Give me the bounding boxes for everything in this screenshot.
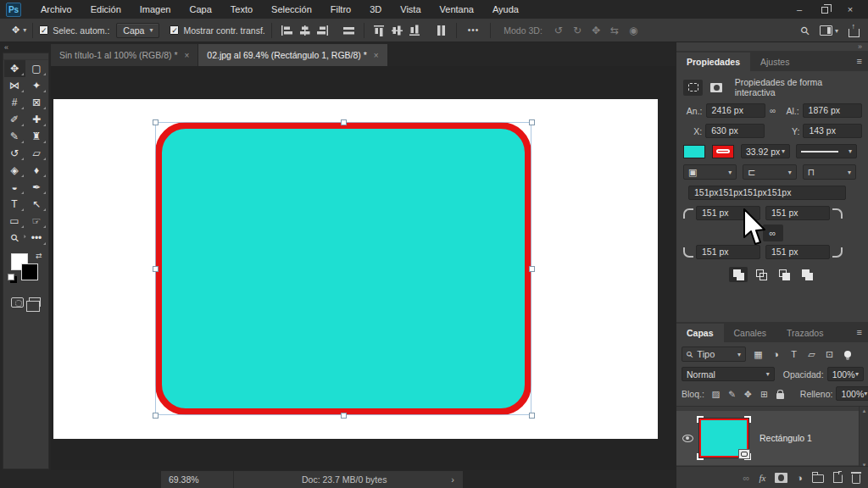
zoom-level-field[interactable]: 69.38% [161, 471, 234, 488]
layers-action-add-mask[interactable] [775, 473, 787, 483]
tab-properties[interactable]: Propiedades [676, 53, 750, 71]
link-radius-button[interactable]: ∞ [763, 225, 783, 241]
handle-top-left[interactable] [153, 119, 159, 125]
menu-2[interactable]: Imagen [131, 0, 181, 19]
swap-colors-icon[interactable]: ⇄ [36, 252, 42, 260]
tool-eyedropper-tool[interactable]: ✐ [4, 111, 25, 128]
show-transform-checkbox[interactable]: ✓ [170, 25, 179, 35]
tab-channels[interactable]: Canales [724, 324, 777, 342]
close-tab-icon[interactable]: × [184, 51, 189, 60]
stroke-align-dropdown[interactable]: ▣▾ [683, 164, 737, 180]
tool-edit-toolbar[interactable]: ••• [26, 230, 47, 247]
x-field[interactable]: 630 px [705, 124, 765, 138]
lock-lock-position[interactable]: ✥ [740, 389, 756, 399]
layer-thumbnail[interactable] [698, 418, 749, 458]
background-color-swatch[interactable] [21, 263, 38, 280]
tab-paths[interactable]: Trazados [776, 324, 833, 342]
restore-button[interactable] [812, 0, 837, 19]
tool-lasso-tool[interactable]: ⋈ [4, 77, 25, 94]
toolbar-grip[interactable] [3, 53, 48, 60]
layer-list-scrollbar[interactable]: ▴ ▾ [859, 407, 868, 469]
minimize-button[interactable]: – [787, 0, 812, 19]
layers-action-layer-style[interactable]: fx [759, 473, 765, 483]
tool-quick-selection-tool[interactable]: ✦ [26, 77, 47, 94]
radius-bottom-left-field[interactable]: 151 px [696, 245, 760, 259]
pathfinder-combine-button[interactable] [729, 267, 748, 282]
align-left-icon[interactable] [281, 25, 293, 36]
handle-bottom-right[interactable] [529, 413, 535, 419]
filter-filter-shape[interactable]: ▱ [803, 349, 821, 360]
mask-properties-button[interactable] [706, 80, 726, 96]
tool-frame-tool[interactable]: ⊠ [26, 94, 47, 111]
menu-1[interactable]: Edición [81, 0, 131, 19]
tool-path-selection-tool[interactable]: ↖ [26, 196, 47, 213]
layers-action-delete-layer[interactable] [852, 472, 860, 484]
tool-type-tool[interactable]: T [4, 196, 25, 213]
align-bottom-icon[interactable] [409, 25, 421, 36]
align-top-icon[interactable] [373, 25, 386, 36]
radius-combined-field[interactable]: 151px151px151px151px [688, 186, 846, 200]
filter-filter-adjustment[interactable]: ◑ [767, 349, 785, 360]
share-icon[interactable] [849, 29, 860, 37]
panel-menu-icon[interactable]: ≡ [857, 327, 862, 337]
distribute-horizontal-icon[interactable] [342, 25, 355, 36]
menu-0[interactable]: Archivo [31, 0, 81, 19]
tool-move-tool[interactable]: ✥ [4, 60, 25, 77]
stroke-cap-dropdown[interactable]: ⊏▾ [743, 164, 796, 180]
pathfinder-exclude-button[interactable] [798, 267, 816, 282]
tool-brush-tool[interactable]: ✎ [4, 128, 25, 145]
align-center-horizontal-icon[interactable] [298, 25, 311, 36]
layers-action-link-layers[interactable]: ∞ [743, 473, 750, 483]
lock-lock-artboard[interactable]: ⊞ [756, 389, 772, 399]
layer-row[interactable]: Rectángulo 1 [676, 411, 859, 465]
fill-color-swatch[interactable] [683, 145, 705, 158]
menu-4[interactable]: Texto [221, 0, 262, 19]
menu-8[interactable]: Vista [391, 0, 430, 19]
align-right-icon[interactable] [316, 25, 329, 36]
menu-3[interactable]: Capa [180, 0, 220, 19]
tab-adjustments[interactable]: Ajustes [750, 53, 799, 71]
handle-middle-right[interactable] [529, 266, 535, 272]
filter-filter-toggle[interactable] [838, 349, 856, 360]
opacity-dropdown[interactable]: 100% ▾ [827, 367, 864, 381]
tool-marquee-tool[interactable]: ▢ [26, 60, 47, 77]
layer-name[interactable]: Rectángulo 1 [760, 433, 812, 443]
layers-action-new-layer[interactable] [833, 472, 843, 483]
radius-top-left-field[interactable]: 151 px [696, 206, 760, 220]
distribute-vertical-icon[interactable] [435, 25, 448, 36]
quick-mask-button[interactable] [11, 297, 24, 308]
filter-filter-smart-object[interactable]: ⊡ [821, 349, 838, 360]
close-button[interactable]: × [837, 0, 863, 19]
lock-lock-transparency[interactable]: ▨ [708, 389, 724, 399]
collapse-toolbar-icon[interactable]: « [4, 43, 8, 52]
tab-layers[interactable]: Capas [676, 324, 724, 342]
canvas-area[interactable] [51, 66, 676, 470]
filter-type-dropdown[interactable]: ⚲ Tipo ▾ [682, 347, 746, 362]
menu-9[interactable]: Ventana [431, 0, 483, 19]
radius-bottom-right-field[interactable]: 151 px [765, 245, 830, 259]
tool-healing-brush-tool[interactable]: ✚ [26, 111, 47, 128]
screen-mode-button[interactable] [29, 297, 41, 307]
shape-properties-button[interactable] [683, 80, 703, 96]
handle-bottom-center[interactable] [341, 413, 347, 419]
layers-action-new-adjustment-layer[interactable]: ◑ [797, 473, 803, 483]
collapse-panels-icon[interactable]: » [858, 42, 862, 51]
layer-visibility-toggle[interactable] [676, 435, 698, 442]
stroke-style-dropdown[interactable]: ▾ [796, 144, 857, 158]
scroll-up-icon[interactable]: ▴ [863, 408, 866, 414]
stroke-width-dropdown[interactable]: 33.92 px ▾ [741, 144, 790, 158]
handle-bottom-left[interactable] [153, 413, 159, 419]
current-tool-preset[interactable]: ✥ ▾ [12, 25, 26, 36]
handle-middle-left[interactable] [153, 266, 159, 272]
width-field[interactable]: 2416 px [706, 103, 765, 118]
default-colors-icon[interactable] [8, 274, 14, 280]
radius-top-right-field[interactable]: 151 px [765, 206, 830, 220]
status-chevron-icon[interactable]: › [451, 474, 454, 485]
y-field[interactable]: 143 px [803, 124, 862, 138]
stroke-join-dropdown[interactable]: ⊓▾ [803, 164, 856, 180]
filter-filter-type[interactable]: T [785, 349, 803, 360]
tool-pen-tool[interactable]: ✒ [26, 179, 47, 196]
menu-10[interactable]: Ayuda [483, 0, 528, 19]
tool-eraser-tool[interactable]: ▱ [26, 145, 47, 162]
tool-dodge-tool[interactable]: ◒ [4, 179, 25, 196]
